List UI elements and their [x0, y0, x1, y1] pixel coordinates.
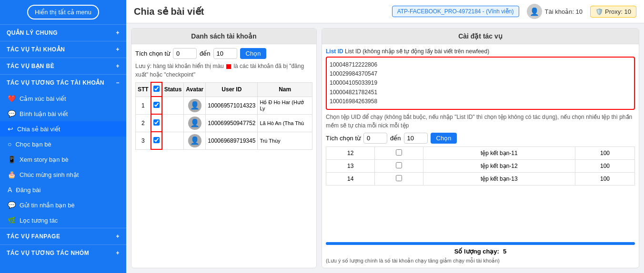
cell-status [162, 97, 184, 114]
main-content: Chia sẻ bài viết ATP-FACEBOOK_PRO-497218… [126, 0, 644, 273]
uid-cell-name: tệp kết bạn-13 [423, 172, 575, 185]
filter-icon: 🌿 [8, 216, 16, 224]
uid-checkbox-14[interactable] [396, 175, 402, 181]
cell-name: Hồ Đ Ho Har (Hướ Ly [258, 97, 312, 114]
col-userid: User ID [206, 82, 258, 97]
table-row: 3 👤 100069689719345 Trú Thùy [136, 132, 312, 149]
sidebar-item-gui-tin-nhan-ban-be[interactable]: 💬 Gửi tin nhắn bạn bè [0, 197, 126, 213]
list-id-section: List ID List ID (không nhập sẽ tự động l… [326, 48, 635, 110]
sidebar-header-quan-ly-chung[interactable]: QUẢN LÝ CHUNG + [0, 25, 126, 41]
uid-table-wrapper: 12 tệp kết bạn-11 100 13 [326, 146, 635, 239]
uid-checkbox-13[interactable] [396, 162, 402, 168]
avatar-img: 👤 [188, 134, 201, 147]
so-luong-label: Số lượng chạy: [454, 248, 499, 255]
sidebar-header-tac-vu-tuong-tac-nhom[interactable]: TÁC VỤ TƯƠNG TÁC NHÓM + [0, 245, 126, 261]
col-avatar: Avatar [184, 82, 206, 97]
proxy-count: Proxy: 10 [605, 8, 631, 15]
poke-icon: ○ [8, 140, 11, 148]
sidebar-section-quan-ly-chung: QUẢN LÝ CHUNG + [0, 24, 126, 41]
cell-check[interactable] [151, 114, 162, 132]
select-from-input-right[interactable] [363, 133, 387, 144]
account-info: 👤 Tài khoản: 10 [527, 4, 583, 19]
select-from-label: Tích chọn từ [135, 50, 170, 57]
cell-check[interactable] [151, 132, 162, 149]
uid-section-desc: Chọn tệp UID để chạy (không bắt buộc, nế… [326, 113, 635, 130]
list-id-label: List ID List ID (không nhập sẽ tự động l… [326, 48, 635, 55]
row-checkbox-2[interactable] [153, 119, 160, 126]
progress-bar [326, 242, 635, 245]
col-name: Nam [258, 82, 312, 97]
uid-checkbox-12[interactable] [396, 149, 402, 156]
sidebar: Hiển thị tất cả menu QUẢN LÝ CHUNG + TÁC… [0, 0, 126, 273]
uid-cell-check[interactable] [375, 159, 423, 172]
col-status: Status [162, 82, 184, 97]
select-all-checkbox[interactable] [153, 86, 160, 92]
shield-icon: 🛡️ [595, 8, 603, 15]
list-id-box[interactable]: 100048712222806 100029984370547 10000410… [326, 57, 635, 110]
row-checkbox-1[interactable] [153, 102, 160, 108]
cell-stt: 3 [136, 132, 151, 149]
sidebar-section-tac-vu-tai-khoan: TÁC VỤ TÀI KHOẢN + [0, 41, 126, 58]
avatar-img: 👤 [188, 99, 201, 112]
chon-button-right[interactable]: Chọn [431, 133, 457, 144]
account-badge: ATP-FACEBOOK_PRO-4972184 - (Vĩnh viễn) [392, 6, 519, 17]
cell-avatar: 👤 [184, 114, 206, 132]
sidebar-item-cam-xuc-bai-viet[interactable]: ❤️ Cảm xúc bài viết [0, 91, 126, 106]
sidebar-header-tac-vu-fanpage[interactable]: TÁC VỤ FANPAGE + [0, 228, 126, 244]
share-icon: ↩ [8, 125, 13, 133]
sidebar-item-choc-ban-be[interactable]: ○ Chọc bạn bè [0, 136, 126, 152]
red-square-icon [226, 64, 231, 69]
sidebar-section-tac-vu-fanpage: TÁC VỤ FANPAGE + [0, 228, 126, 244]
sidebar-item-xem-story-ban-be[interactable]: 📱 Xem story bạn bè [0, 152, 126, 167]
sidebar-section-tac-vu-tuong-tac-nhom: TÁC VỤ TƯƠNG TÁC NHÓM + [0, 244, 126, 261]
accounts-table: STT Status Avatar User ID Nam [135, 82, 312, 150]
select-to-input[interactable] [213, 48, 237, 59]
uid-cell-name: tệp kết bạn-11 [423, 146, 575, 159]
right-panel-body: List ID List ID (không nhập sẽ tự động l… [322, 44, 639, 268]
select-to-label: đến [200, 50, 210, 57]
cell-userid: 100069689719345 [206, 132, 258, 149]
left-panel-body: Tích chọn từ đến Chọn Lưu ý: hàng tài kh… [131, 44, 316, 268]
heart-icon: ❤️ [8, 95, 16, 102]
select-from-label-right: Tích chọn từ [326, 135, 361, 142]
cell-stt: 2 [136, 114, 151, 132]
col-check [151, 82, 162, 97]
sidebar-header-tac-vu-ban-be[interactable]: TÁC VỤ BẠN BÈ + [0, 58, 126, 74]
sidebar-header-tac-vu-tai-khoan[interactable]: TÁC VỤ TÀI KHOẢN + [0, 41, 126, 58]
cell-status [162, 132, 184, 149]
right-panel: Cài đặt tác vụ List ID List ID (không nh… [322, 28, 639, 268]
warning-text: Lưu ý: hàng tài khoản hiển thị màu là cá… [135, 62, 312, 79]
uid-cell-check[interactable] [375, 146, 423, 159]
right-panel-header: Cài đặt tác vụ [322, 29, 639, 44]
sidebar-item-dang-bai[interactable]: A Đăng bài [0, 182, 126, 197]
sidebar-item-chia-se-bai-viet[interactable]: ↩ Chia sẻ bài viết [0, 121, 126, 136]
sidebar-section-tac-vu-ban-be: TÁC VỤ BẠN BÈ + [0, 58, 126, 74]
uid-cell-check[interactable] [375, 172, 423, 185]
cell-stt: 1 [136, 97, 151, 114]
uid-table-row: 12 tệp kết bạn-11 100 [326, 146, 635, 159]
table-row: 1 👤 100069571014323 Hồ Đ Ho Har (Hướ Ly [136, 97, 312, 114]
header: Chia sẻ bài viết ATP-FACEBOOK_PRO-497218… [126, 0, 644, 23]
sidebar-item-chuc-mung-sinh-nhat[interactable]: 🎂 Chúc mừng sinh nhật [0, 167, 126, 182]
sidebar-section-tac-vu-tuong-tac: TÁC VỤ TƯƠNG TÁC TÀI KHOẢN − ❤️ Cảm xúc … [0, 74, 126, 228]
accounts-table-wrapper: STT Status Avatar User ID Nam [135, 82, 312, 264]
uid-cell-count: 100 [575, 172, 635, 185]
select-from-input[interactable] [173, 48, 197, 59]
chon-button-left[interactable]: Chọn [240, 48, 267, 59]
select-to-input-right[interactable] [404, 133, 428, 144]
page-title: Chia sẻ bài viết [134, 6, 384, 17]
toggle-menu-button[interactable]: Hiển thị tất cả menu [27, 5, 99, 20]
avatar-img: 👤 [188, 117, 201, 130]
row-checkbox-3[interactable] [153, 137, 160, 143]
cell-check[interactable] [151, 97, 162, 114]
account-count: Tài khoản: 10 [545, 8, 583, 15]
left-panel: Danh sách tài khoản Tích chọn từ đến Chọ… [131, 28, 317, 268]
so-luong-row: Số lượng chạy: 5 [326, 248, 635, 255]
sidebar-item-binh-luan-bai-viet[interactable]: 💬 Bình luận bài viết [0, 106, 126, 121]
sidebar-item-loc-tuong-tac[interactable]: 🌿 Lọc tương tác [0, 213, 126, 228]
sidebar-header-tac-vu-tuong-tac[interactable]: TÁC VỤ TƯƠNG TÁC TÀI KHOẢN − [0, 75, 126, 91]
col-stt: STT [136, 82, 151, 97]
cell-name: Lã Hò An (Tha Thù [258, 114, 312, 132]
birthday-icon: 🎂 [8, 171, 16, 178]
cell-status [162, 114, 184, 132]
